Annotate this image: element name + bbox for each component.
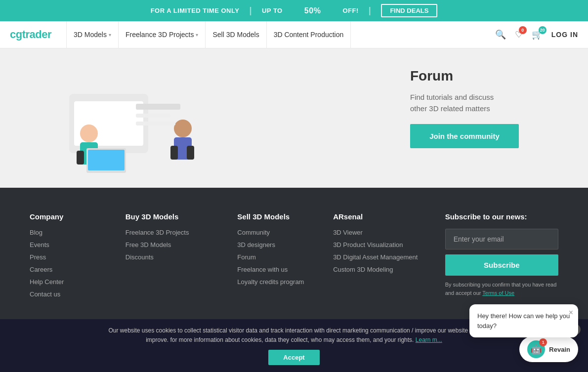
cookie-learn-more-link[interactable]: Learn m... bbox=[416, 336, 442, 342]
subscribe-email-input[interactable] bbox=[445, 229, 558, 249]
footer-company-col: Company Blog Events Press Careers Help C… bbox=[30, 212, 111, 303]
revain-bot-icon: 🤖 1 bbox=[527, 340, 545, 342]
chevron-down-icon: ▾ bbox=[109, 32, 111, 38]
footer-link-community[interactable]: Community bbox=[237, 229, 318, 236]
footer-company-title: Company bbox=[30, 212, 111, 221]
main-content: Forum Find tutorials and discuss other 3… bbox=[0, 48, 588, 188]
subscribe-title: Subscribe to our news: bbox=[445, 212, 558, 221]
nav-3d-models[interactable]: 3D Models ▾ bbox=[66, 21, 119, 48]
footer-link-custom-modeling[interactable]: Custom 3D Modeling bbox=[333, 266, 430, 273]
percent-text: 50% bbox=[304, 6, 321, 15]
svg-point-2 bbox=[80, 124, 98, 142]
footer-link-forum[interactable]: Forum bbox=[237, 253, 318, 261]
footer-buy-col: Buy 3D Models Freelance 3D Projects Free… bbox=[126, 212, 223, 303]
join-community-button[interactable]: Join the community bbox=[410, 124, 519, 148]
footer-sell-col: Sell 3D Models Community 3D designers Fo… bbox=[237, 212, 318, 303]
footer-buy-title: Buy 3D Models bbox=[126, 212, 223, 221]
cookie-text: Our website uses cookies to collect stat… bbox=[96, 326, 492, 342]
footer-sell-title: Sell 3D Models bbox=[237, 212, 318, 221]
footer-link-3d-product-viz[interactable]: 3D Product Visualization bbox=[333, 241, 430, 248]
footer-link-help-center[interactable]: Help Center bbox=[30, 278, 111, 286]
header-actions: 🔍 ♡ 0 🛒 20 LOG IN bbox=[495, 29, 578, 40]
limited-time-text: FOR A LIMITED TIME ONLY bbox=[151, 7, 240, 14]
separator-1: | bbox=[249, 5, 252, 16]
chevron-down-icon-2: ▾ bbox=[196, 32, 198, 38]
footer-link-blog[interactable]: Blog bbox=[30, 229, 111, 236]
wishlist-icon[interactable]: ♡ 0 bbox=[515, 29, 523, 40]
chat-bubble: × Hey there! How can we help you today? bbox=[469, 304, 578, 337]
footer-subscribe-col: Subscribe to our news: Subscribe By subs… bbox=[445, 212, 558, 303]
main-nav: 3D Models ▾ Freelance 3D Projects ▾ Sell… bbox=[66, 21, 485, 48]
off-text: OFF! bbox=[343, 7, 359, 14]
forum-description: Find tutorials and discuss other 3D rela… bbox=[410, 92, 509, 114]
login-button[interactable]: LOG IN bbox=[551, 31, 578, 39]
footer-link-freelance-projects[interactable]: Freelance 3D Projects bbox=[126, 229, 223, 236]
footer-link-loyalty-credits[interactable]: Loyalty credits program bbox=[237, 278, 318, 286]
footer-grid: Company Blog Events Press Careers Help C… bbox=[30, 212, 558, 303]
logo[interactable]: cgtrader bbox=[10, 28, 51, 41]
wishlist-badge: 0 bbox=[519, 26, 527, 34]
forum-title: Forum bbox=[410, 68, 519, 84]
footer-link-careers[interactable]: Careers bbox=[30, 266, 111, 273]
header: cgtrader 3D Models ▾ Freelance 3D Projec… bbox=[0, 21, 588, 48]
svg-rect-9 bbox=[187, 146, 194, 160]
footer-arsenal-col: ARsenal 3D Viewer 3D Product Visualizati… bbox=[333, 212, 430, 303]
svg-point-6 bbox=[174, 120, 192, 137]
illustration bbox=[40, 74, 227, 173]
footer-link-events[interactable]: Events bbox=[30, 241, 111, 248]
nav-sell-label: Sell 3D Models bbox=[212, 31, 259, 39]
svg-rect-13 bbox=[136, 114, 170, 118]
nav-content-label: 3D Content Production bbox=[274, 31, 344, 39]
cart-icon[interactable]: 🛒 20 bbox=[532, 29, 543, 40]
up-to-text: UP TO bbox=[262, 7, 283, 14]
nav-3d-content[interactable]: 3D Content Production bbox=[267, 21, 351, 48]
footer-link-digital-asset-mgmt[interactable]: 3D Digital Asset Management bbox=[333, 253, 430, 261]
footer-link-press[interactable]: Press bbox=[30, 253, 111, 261]
footer-link-contact-us[interactable]: Contact us bbox=[30, 290, 111, 298]
svg-rect-11 bbox=[88, 150, 125, 170]
chat-message: Hey there! How can we help you today? bbox=[477, 312, 570, 330]
svg-rect-14 bbox=[136, 122, 175, 125]
svg-rect-8 bbox=[170, 146, 178, 160]
subscribe-note: By subscribing you confirm that you have… bbox=[445, 281, 558, 297]
search-icon[interactable]: 🔍 bbox=[495, 29, 506, 40]
terms-link[interactable]: Terms of Use bbox=[482, 290, 514, 296]
forum-section: Forum Find tutorials and discuss other 3… bbox=[410, 68, 519, 148]
footer-link-3d-designers[interactable]: 3D designers bbox=[237, 241, 318, 248]
svg-rect-12 bbox=[136, 104, 180, 110]
footer-link-free-models[interactable]: Free 3D Models bbox=[126, 241, 223, 248]
nav-3d-models-label: 3D Models bbox=[74, 31, 107, 39]
top-banner: FOR A LIMITED TIME ONLY | UP TO 50% OFF!… bbox=[0, 0, 588, 21]
find-deals-button[interactable]: FIND DEALS bbox=[381, 4, 437, 17]
subscribe-button[interactable]: Subscribe bbox=[445, 254, 558, 276]
separator-2: | bbox=[369, 5, 372, 16]
cart-badge: 20 bbox=[539, 26, 546, 34]
svg-rect-4 bbox=[77, 151, 84, 165]
chat-bubble-close-button[interactable]: × bbox=[569, 308, 573, 317]
nav-freelance-label: Freelance 3D Projects bbox=[126, 31, 194, 39]
footer-link-freelance-with-us[interactable]: Freelance with us bbox=[237, 266, 318, 273]
footer-link-discounts[interactable]: Discounts bbox=[126, 253, 223, 261]
revain-badge: 1 bbox=[539, 338, 547, 342]
nav-sell-3d-models[interactable]: Sell 3D Models bbox=[206, 21, 266, 48]
nav-freelance-projects[interactable]: Freelance 3D Projects ▾ bbox=[119, 21, 206, 48]
footer-link-3d-viewer[interactable]: 3D Viewer bbox=[333, 229, 430, 236]
footer-arsenal-title: ARsenal bbox=[333, 212, 430, 221]
